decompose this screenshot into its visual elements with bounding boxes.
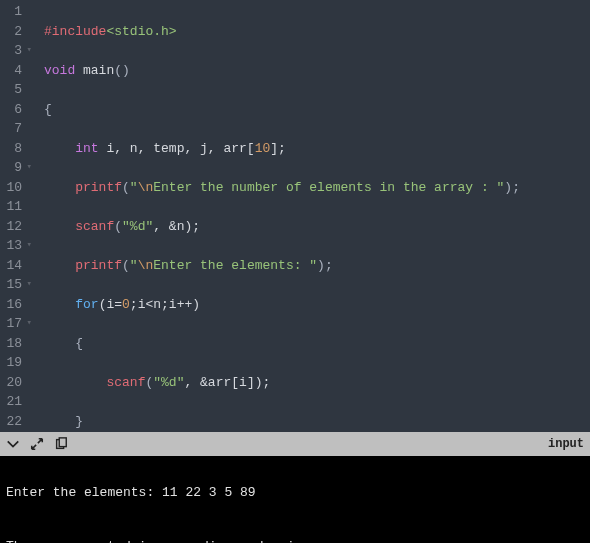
code-line: for(i=0;i<n;i++) xyxy=(44,295,590,315)
line-number: 4 xyxy=(4,61,22,81)
line-number: 21 xyxy=(4,392,22,412)
code-line: scanf("%d", &n); xyxy=(44,217,590,237)
line-number: 14 xyxy=(4,256,22,276)
line-number-gutter: 1 2 3 4 5 6 7 8 9 10 11 12 13 14 15 16 1… xyxy=(0,0,30,432)
line-number: 19 xyxy=(4,353,22,373)
line-number: 12 xyxy=(4,217,22,237)
console-toolbar: input xyxy=(0,432,590,456)
line-number: 11 xyxy=(4,197,22,217)
console-tab-label[interactable]: input xyxy=(548,437,584,451)
line-number: 1 xyxy=(4,2,22,22)
line-number: 20 xyxy=(4,373,22,393)
line-number: 17 xyxy=(4,314,22,334)
line-number: 9 xyxy=(4,158,22,178)
line-number: 7 xyxy=(4,119,22,139)
code-line: scanf("%d", &arr[i]); xyxy=(44,373,590,393)
code-area[interactable]: #include<stdio.h> void main() { int i, n… xyxy=(30,0,590,432)
code-line: #include<stdio.h> xyxy=(44,22,590,42)
code-editor: 1 2 3 4 5 6 7 8 9 10 11 12 13 14 15 16 1… xyxy=(0,0,590,432)
code-line: printf("\nEnter the number of elements i… xyxy=(44,178,590,198)
line-number: 10 xyxy=(4,178,22,198)
line-number: 8 xyxy=(4,139,22,159)
line-number: 2 xyxy=(4,22,22,42)
code-line: printf("\nEnter the elements: "); xyxy=(44,256,590,276)
copy-icon[interactable] xyxy=(54,437,68,451)
line-number: 13 xyxy=(4,236,22,256)
code-line: int i, n, temp, j, arr[10]; xyxy=(44,139,590,159)
line-number: 15 xyxy=(4,275,22,295)
terminal-output[interactable]: Enter the elements: 11 22 3 5 89 The arr… xyxy=(0,456,590,543)
chevron-down-icon[interactable] xyxy=(6,437,20,451)
expand-icon[interactable] xyxy=(30,437,44,451)
line-number: 3 xyxy=(4,41,22,61)
line-number: 18 xyxy=(4,334,22,354)
line-number: 16 xyxy=(4,295,22,315)
code-line: } xyxy=(44,412,590,432)
terminal-line: The array sorted in ascending order is : xyxy=(6,539,318,543)
code-line: void main() xyxy=(44,61,590,81)
svg-rect-1 xyxy=(59,438,66,447)
code-line: { xyxy=(44,334,590,354)
terminal-line: Enter the elements: 11 22 3 5 89 xyxy=(6,485,256,500)
line-number: 6 xyxy=(4,100,22,120)
code-line: { xyxy=(44,100,590,120)
line-number: 22 xyxy=(4,412,22,432)
line-number: 5 xyxy=(4,80,22,100)
